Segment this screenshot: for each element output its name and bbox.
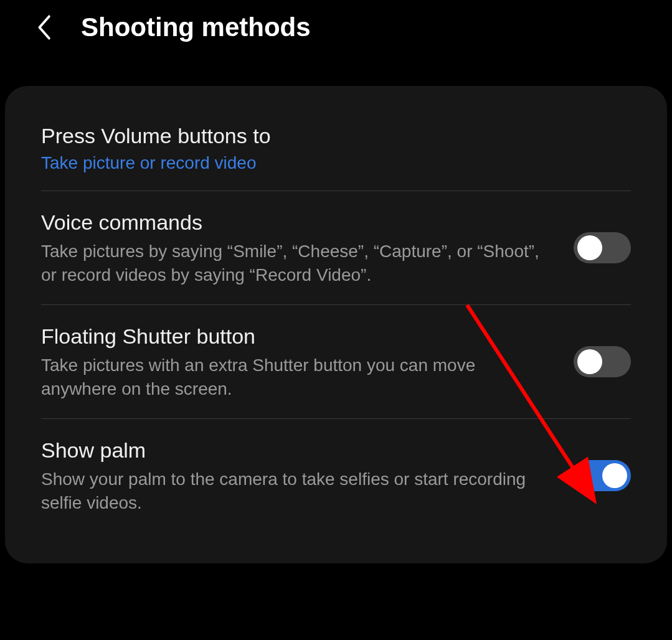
- setting-value: Take picture or record video: [41, 153, 612, 173]
- floating-shutter-toggle[interactable]: [574, 346, 631, 377]
- setting-text: Voice commands Take pictures by saying “…: [41, 209, 574, 287]
- voice-commands-setting[interactable]: Voice commands Take pictures by saying “…: [5, 191, 667, 304]
- settings-panel: Press Volume buttons to Take picture or …: [5, 86, 667, 563]
- show-palm-toggle[interactable]: [574, 460, 631, 491]
- setting-title: Floating Shutter button: [41, 322, 555, 350]
- setting-text: Show palm Show your palm to the camera t…: [41, 436, 574, 515]
- volume-buttons-setting[interactable]: Press Volume buttons to Take picture or …: [5, 105, 667, 191]
- floating-shutter-setting[interactable]: Floating Shutter button Take pictures wi…: [5, 305, 667, 418]
- setting-title: Show palm: [41, 436, 555, 464]
- toggle-knob: [602, 463, 627, 488]
- header: Shooting methods: [0, 0, 672, 55]
- toggle-knob: [577, 349, 602, 374]
- setting-text: Press Volume buttons to Take picture or …: [41, 122, 631, 173]
- setting-desc: Take pictures with an extra Shutter butt…: [41, 354, 555, 401]
- page-title: Shooting methods: [81, 12, 311, 42]
- toggle-knob: [577, 235, 602, 260]
- setting-title: Voice commands: [41, 209, 555, 236]
- back-icon[interactable]: [31, 15, 56, 40]
- voice-commands-toggle[interactable]: [574, 232, 631, 263]
- setting-text: Floating Shutter button Take pictures wi…: [41, 322, 574, 401]
- setting-desc: Show your palm to the camera to take sel…: [41, 468, 555, 515]
- setting-title: Press Volume buttons to: [41, 122, 612, 149]
- setting-desc: Take pictures by saying “Smile”, “Cheese…: [41, 240, 555, 287]
- show-palm-setting[interactable]: Show palm Show your palm to the camera t…: [5, 419, 667, 532]
